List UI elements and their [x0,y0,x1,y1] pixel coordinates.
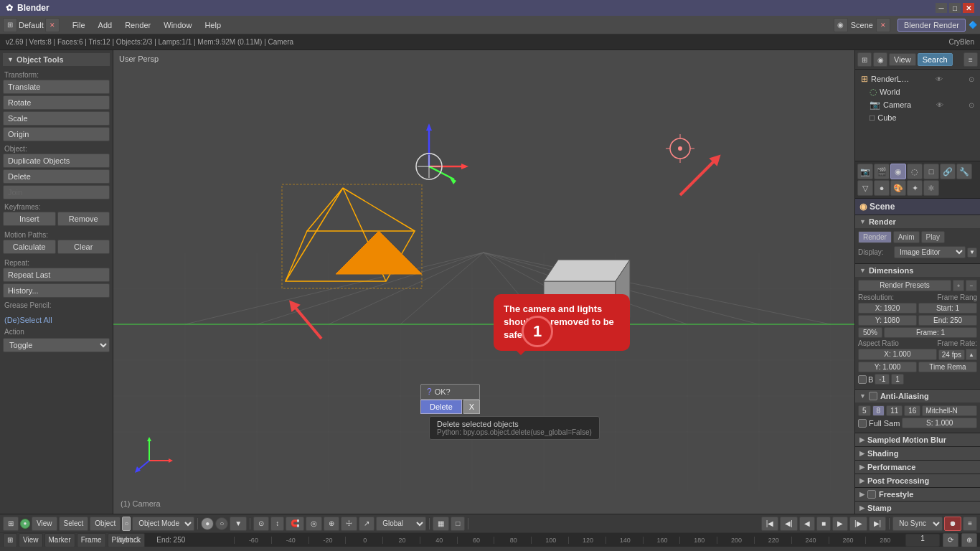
prop-icon-particles[interactable]: ✦ [907,180,923,196]
shading-solid-btn[interactable]: ● [201,517,214,530]
next-frame-btn[interactable]: ▶| [869,517,887,531]
mitchell-btn[interactable]: Mitchell-N [922,405,977,416]
prop-icon-constraints[interactable]: 🔗 [940,164,956,179]
frame-end-val[interactable]: End: 250 [918,315,977,326]
res-y-val[interactable]: Y: 1080 [858,315,917,326]
sync-select[interactable]: No Sync [892,517,943,531]
rotate-button[interactable]: Rotate [3,95,110,110]
origin-button[interactable]: Origin [3,127,110,141]
tree-item-cube[interactable]: □ Cube [858,111,977,124]
snap-btn[interactable]: 🧲 [286,517,304,531]
prop-icon-physics[interactable]: ⚛ [923,180,939,196]
shading-header[interactable]: Shading [855,447,980,460]
tree-eye-camera[interactable]: 👁 [936,101,943,109]
tree-cursor-camera[interactable]: ⊙ [969,101,974,109]
fps-up-btn[interactable]: ▲ [966,349,977,360]
render-tab-play[interactable]: Play [921,231,945,243]
minus1-btn[interactable]: -1 [875,374,890,385]
prop-icon-texture[interactable]: 🎨 [890,180,906,196]
layer2-btn[interactable]: □ [451,517,465,531]
display-arrow-btn[interactable]: ▼ [967,248,977,258]
menu-file[interactable]: File [67,19,91,31]
layer-btn[interactable]: ▦ [433,517,449,531]
bt-icon-btn[interactable]: ⊞ [3,517,19,531]
shading-arrow-btn[interactable]: ▼ [230,517,247,531]
presets-remove-btn[interactable]: − [966,280,977,291]
scene-tree-icon1[interactable]: ⊞ [857,52,872,67]
prop-icon-render[interactable]: 🎬 [874,164,890,179]
proportional2-btn[interactable]: ⊕ [324,517,339,531]
record-btn[interactable]: ⏺ [944,517,961,531]
prop-icon-scene[interactable]: ◉ [890,164,906,179]
scene-close-btn[interactable]: ✕ [876,18,890,32]
tree-cursor-renderl[interactable]: ⊙ [969,75,974,83]
dialog-delete-button[interactable]: Delete [420,400,462,414]
scene-view-button[interactable]: View [889,53,916,66]
global-select[interactable]: Global [376,517,426,531]
prop-icon-object[interactable]: □ [923,164,939,179]
prop-icon-camera[interactable]: 📷 [857,164,873,179]
menu-render[interactable]: Render [119,19,156,31]
join-button[interactable]: Join [3,185,110,199]
close-button[interactable]: ✕ [963,3,974,13]
insert-button[interactable]: Insert [3,212,56,226]
tree-options-btn[interactable]: ≡ [963,52,978,67]
freestyle-checkbox[interactable] [867,490,876,499]
menu-add[interactable]: Add [93,19,118,31]
orientation-arrow-btn[interactable]: ↗ [359,517,374,531]
performance-header[interactable]: Performance [855,461,980,474]
tl-view-btn[interactable]: View [19,533,43,547]
post-processing-header[interactable]: Post Processing [855,474,980,487]
res-x-val[interactable]: X: 1920 [858,303,917,314]
prev-frame-btn[interactable]: |◀ [761,517,779,531]
frame-start-val[interactable]: Start: 1 [918,303,977,314]
render-tab-render[interactable]: Render [858,231,892,243]
aa-num-16[interactable]: 16 [904,405,920,416]
clear-button[interactable]: Clear [57,240,110,254]
delete-button[interactable]: Delete [3,169,110,184]
layout-icon-btn[interactable]: ⊞ [3,18,17,32]
tree-item-world[interactable]: ◌ World [858,85,977,98]
tl-icon-btn[interactable]: ⊞ [3,533,17,547]
render-presets[interactable]: Render Presets [858,280,951,291]
translate-button[interactable]: Translate [3,80,110,94]
object-tools-header[interactable]: Object Tools [3,53,110,66]
dialog-close-button[interactable]: X [463,400,480,414]
tl-anim-path-btn[interactable]: ⟳ [943,533,958,547]
repeat-last-button[interactable]: Repeat Last [3,268,110,282]
calculate-button[interactable]: Calculate [3,240,56,254]
display-select[interactable]: Image Editor [894,246,966,258]
maximize-button[interactable]: □ [949,3,961,13]
dimensions-section-header[interactable]: Dimensions [855,264,980,277]
options-btn[interactable]: ≡ [963,517,977,531]
presets-add-btn[interactable]: + [953,280,964,291]
transform-btn[interactable]: ↕ [270,517,284,531]
play-back-btn[interactable]: ◀ [799,517,815,531]
aspect-x-val[interactable]: X: 1.000 [858,349,937,360]
scale-button[interactable]: Scale [3,111,110,126]
fps-val[interactable]: 24 fps [938,349,965,360]
tl-frame-btn[interactable]: Frame [77,533,106,547]
object-mode-icon[interactable]: ○ [122,517,131,531]
aa-num-5[interactable]: 5 [858,405,871,416]
full-sam-checkbox[interactable] [858,419,867,428]
remove-button[interactable]: Remove [57,212,110,226]
freestyle-header[interactable]: Freestyle [855,488,980,501]
deselect-all-link[interactable]: (De)Select All [3,314,110,326]
renderer-selector[interactable]: Blender Render [897,19,966,32]
viewport[interactable]: User Persp [113,50,854,514]
tree-item-camera[interactable]: 📷 Camera 👁 ⊙ [858,98,977,111]
tree-eye-renderl[interactable]: 👁 [936,75,943,83]
border-checkbox[interactable] [858,375,867,384]
menu-help[interactable]: Help [199,19,227,31]
prop-icon-data[interactable]: ▽ [857,180,873,196]
object-menu-btn[interactable]: Object [90,517,121,531]
menu-window[interactable]: Window [158,19,197,31]
aa-num-11[interactable]: 11 [886,405,903,416]
scene-icon-btn[interactable]: ◉ [834,18,848,32]
prop-icon-modifiers[interactable]: 🔧 [956,164,972,179]
mode-select[interactable]: Object Mode [132,517,194,531]
prev-keyframe-btn[interactable]: ◀| [780,517,798,531]
aa-section-header[interactable]: Anti-Aliasing [855,390,980,402]
tl-frame-field[interactable]: 1 [905,534,940,547]
